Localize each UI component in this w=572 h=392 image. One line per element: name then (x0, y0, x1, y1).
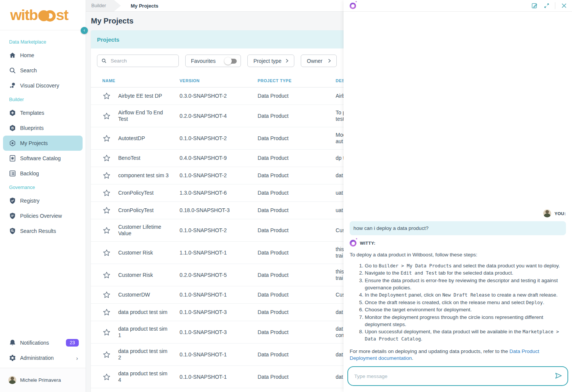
sidebar-item-administration[interactable]: Administration › (3, 350, 83, 365)
favourite-star-icon[interactable] (91, 184, 118, 202)
favourites-filter[interactable]: Favourites (185, 55, 241, 67)
project-version: 0.1.0-SNAPSHOT-3 (180, 304, 258, 321)
send-button[interactable] (554, 372, 563, 380)
project-name[interactable]: Customer Lifetime Value (118, 219, 180, 242)
favourite-star-icon[interactable] (91, 388, 118, 392)
favourites-toggle[interactable] (224, 57, 238, 65)
project-type: Data Product (258, 219, 336, 242)
project-type: Data Product (258, 321, 336, 344)
sidebar: witbst Data MarketplaceHomeSearchVisual … (0, 0, 86, 392)
favourite-star-icon[interactable] (91, 219, 118, 242)
sidebar-item-my-projects[interactable]: My Projects (3, 136, 83, 151)
templates-icon (8, 109, 17, 117)
project-name[interactable]: Customer Risk (118, 264, 180, 286)
sidebar-collapse-button[interactable]: ‹ (81, 27, 88, 34)
sidebar-item-label: Backlog (20, 170, 39, 176)
search-input[interactable] (110, 58, 175, 64)
favourite-star-icon[interactable] (91, 366, 118, 388)
breadcrumb-parent[interactable]: Builder (86, 0, 121, 11)
project-name[interactable]: data product test sim 4 (118, 366, 180, 388)
sidebar-item-search-results[interactable]: Search Results (3, 223, 83, 239)
sidebar-item-backlog[interactable]: Backlog (3, 166, 83, 181)
project-name[interactable]: data product test sim (118, 304, 180, 321)
project-name[interactable]: Airbyte EE test DP (118, 87, 180, 105)
favourite-star-icon[interactable] (91, 321, 118, 344)
sidebar-item-templates[interactable]: Templates (3, 105, 83, 120)
favourite-star-icon[interactable] (91, 105, 118, 127)
project-name[interactable]: CronPolicyTest (118, 202, 180, 219)
sidebar-item-label: Templates (20, 110, 44, 116)
expand-button[interactable] (543, 2, 550, 9)
search-results-icon (8, 227, 17, 235)
favourite-star-icon[interactable] (91, 344, 118, 366)
project-name[interactable]: Customer Risk (118, 242, 180, 264)
project-type: Data Product (258, 167, 336, 184)
column-header-project-type[interactable]: PROJECT TYPE (258, 74, 336, 87)
project-type: Data Product (258, 184, 336, 202)
project-version: 0.4.0-SNAPSHOT-9 (180, 150, 258, 167)
project-type: Data Product (258, 344, 336, 366)
owner-filter[interactable]: Owner (301, 55, 337, 67)
sidebar-item-policies-overview[interactable]: Policies Overview (3, 208, 83, 223)
project-type: Data Product (258, 242, 336, 264)
favourite-star-icon[interactable] (91, 167, 118, 184)
project-name[interactable]: CustomerDW (118, 286, 180, 304)
chat-input-bar (347, 366, 568, 386)
favourite-star-icon[interactable] (91, 202, 118, 219)
user-menu[interactable]: Michele Primavera (0, 368, 86, 392)
sidebar-item-software-catalog[interactable]: Software Catalog (3, 151, 83, 166)
project-version: 0.1.0-SNAPSHOT-1 (180, 366, 258, 388)
assistant-message: To deploy a data product in Witboost, fo… (350, 251, 566, 362)
sidebar-item-notifications[interactable]: Notifications 23 (3, 335, 83, 350)
column-header-name[interactable]: NAME (91, 74, 180, 87)
project-name[interactable]: AutotestDP (118, 127, 180, 150)
project-name[interactable]: data product test similarity (118, 388, 180, 392)
sidebar-item-blueprints[interactable]: BBlueprints (3, 120, 83, 136)
project-type: Data Product (258, 150, 336, 167)
favourite-star-icon[interactable] (91, 127, 118, 150)
chat-message-input[interactable] (353, 373, 554, 380)
favourite-star-icon[interactable] (91, 87, 118, 105)
project-name[interactable]: Airflow End To End Test (118, 105, 180, 127)
favourite-star-icon[interactable] (91, 242, 118, 264)
sidebar-item-label: Search Results (20, 228, 56, 234)
project-version: 0.1.0-SNAPSHOT-3 (180, 321, 258, 344)
chat-header-actions (531, 2, 567, 9)
favourite-star-icon[interactable] (91, 304, 118, 321)
deployment-step: Navigate to the Edit and Test tab for th… (365, 270, 564, 277)
sidebar-item-home[interactable]: Home (3, 48, 83, 63)
compose-icon (531, 2, 538, 9)
bell-icon (8, 339, 17, 347)
project-version: 0.2.0-SNAPSHOT-5 (180, 264, 258, 286)
sidebar-item-registry[interactable]: Registry (3, 193, 83, 208)
sidebar-item-visual-discovery[interactable]: Visual Discovery (3, 78, 83, 93)
new-chat-button[interactable] (531, 2, 538, 9)
search-icon (8, 66, 17, 75)
witty-logo-icon (350, 240, 356, 247)
project-type-filter[interactable]: Project type (247, 55, 294, 67)
column-header-version[interactable]: VERSION (180, 74, 258, 87)
project-name[interactable]: data product test sim 2 (118, 344, 180, 366)
project-name[interactable]: CronPolicyTest (118, 184, 180, 202)
reply-footer: For more details on deploying and updati… (350, 348, 564, 362)
sidebar-item-search[interactable]: Search (3, 63, 83, 78)
chevron-right-icon (284, 58, 289, 63)
sidebar-footer: Notifications 23 Administration › (0, 335, 86, 368)
owner-label: Owner (307, 58, 322, 64)
sidebar-item-label: Policies Overview (20, 213, 62, 219)
favourite-star-icon[interactable] (91, 286, 118, 304)
you-label: YOU: (555, 211, 566, 216)
divider (555, 2, 555, 9)
witboost-logo[interactable]: witbst (0, 0, 86, 30)
deployment-step: Ensure the data product is error-free by… (365, 277, 564, 291)
project-name[interactable]: data product test sim 1 (118, 321, 180, 344)
project-name[interactable]: component test sim 3 (118, 167, 180, 184)
favourite-star-icon[interactable] (91, 264, 118, 286)
project-name[interactable]: BenoTest (118, 150, 180, 167)
section-label-governance: Governance (0, 181, 86, 193)
project-version: 0.1.0-SNAPSHOT-2 (180, 219, 258, 242)
logo-text-right: st (56, 8, 68, 22)
close-chat-button[interactable] (560, 2, 567, 9)
favourite-star-icon[interactable] (91, 150, 118, 167)
project-version: 1.1.0-SNAPSHOT-1 (180, 242, 258, 264)
